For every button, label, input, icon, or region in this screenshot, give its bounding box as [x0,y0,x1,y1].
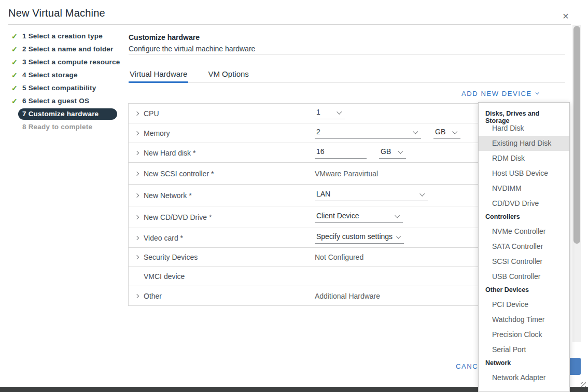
memory-size-combo[interactable]: 2 [315,127,421,139]
sidebar-step-5[interactable]: ✓5 Select compatibility [8,81,128,94]
menu-section-disks-drives-and-storage: Disks, Drives and Storage [479,108,569,121]
row-label: CPU [144,109,315,118]
sidebar-step-1[interactable]: ✓1 Select a creation type [8,30,128,43]
row-label: VMCI device [144,272,315,281]
step-label: 6 Select a guest OS [22,97,89,105]
sidebar-step-8[interactable]: 8 Ready to complete [8,120,128,133]
chevron-down-icon [337,109,342,114]
menu-item-pci-device[interactable]: PCI Device [479,297,569,312]
expand-chevron-icon[interactable] [135,150,139,155]
sidebar-step-4[interactable]: ✓4 Select storage [8,68,128,81]
expand-chevron-icon[interactable] [135,193,139,197]
sidebar-step-3[interactable]: ✓3 Select a compute resource [8,55,128,68]
check-icon: ✓ [11,58,19,66]
sidebar-step-2[interactable]: ✓2 Select a name and folder [8,43,128,55]
menu-item-cd-dvd-drive[interactable]: CD/DVD Drive [479,196,569,211]
menu-item-network-adapter[interactable]: Network Adapter [479,370,569,385]
new-network-select-value: LAN [316,190,330,198]
sidebar-step-7[interactable]: 7 Customize hardware [8,107,128,120]
tab-bar: Virtual Hardware VM Options [129,68,565,82]
row-value-area: VMware Paravirtual [315,170,378,178]
menu-item-serial-port[interactable]: Serial Port [479,342,569,357]
row-value-area: 1 [315,107,345,119]
disk-size-input-value: 16 [316,147,325,156]
row-value-area: Specify custom settings [315,232,404,244]
menu-section-network: Network [479,357,569,370]
row-label: Other [144,292,315,300]
chevron-down-icon [396,234,401,239]
disk-unit-select[interactable]: GB [379,147,406,159]
add-new-device-button[interactable]: ADD NEW DEVICE [461,90,538,97]
expand-chevron-icon[interactable] [135,255,139,259]
menu-item-host-usb-device[interactable]: Host USB Device [479,166,569,181]
row-label: Memory [144,129,315,137]
page-subtitle: Configure the virtual machine hardware [129,45,255,53]
menu-item-precision-clock[interactable]: Precision Clock [479,327,569,342]
row-value-area: LAN [315,189,428,201]
menu-item-usb-controller[interactable]: USB Controller [479,269,569,284]
row-label: New SCSI controller * [144,170,315,178]
menu-section-other-devices: Other Devices [479,284,569,297]
tab-vm-options[interactable]: VM Options [207,68,249,82]
chevron-down-icon [452,129,457,134]
new-network-select[interactable]: LAN [315,189,428,201]
cpu-count-select-value: 1 [316,108,320,116]
page-title: Customize hardware [129,33,200,41]
expand-chevron-icon[interactable] [135,215,139,219]
disk-size-input[interactable]: 16 [315,147,367,159]
menu-item-existing-hard-disk[interactable]: Existing Hard Disk [479,136,569,151]
menu-item-rdm-disk[interactable]: RDM Disk [479,151,569,166]
menu-item-nvdimm[interactable]: NVDIMM [479,181,569,196]
expand-chevron-icon[interactable] [135,235,139,240]
expand-chevron-icon[interactable] [135,293,139,298]
row-label: Video card * [144,234,315,242]
row-value-area: Additional Hardware [315,292,380,300]
chevron-down-icon [413,129,418,134]
wizard-steps: ✓1 Select a creation type✓2 Select a nam… [8,30,128,133]
new-cd-dvd-drive-select-value: Client Device [316,212,359,220]
menu-item-watchdog-timer[interactable]: Watchdog Timer [479,312,569,327]
title-divider [8,24,571,25]
menu-item-nvme-controller[interactable]: NVMe Controller [479,224,569,239]
row-label: New Hard disk * [144,149,315,157]
row-value-text: VMware Paravirtual [315,170,378,178]
new-vm-dialog: New Virtual Machine ✕ ✓1 Select a creati… [0,0,588,392]
check-icon: ✓ [11,84,19,92]
step-label: 5 Select compatibility [22,84,96,92]
step-label: 2 Select a name and folder [22,45,114,53]
row-value-area: 16GB [315,147,406,159]
chevron-down-icon [398,148,403,153]
step-label: 4 Select storage [22,71,78,79]
add-new-device-label: ADD NEW DEVICE [461,90,532,97]
row-value-area: Client Device [315,211,403,223]
header-divider [129,54,565,54]
scrollbar-track[interactable] [572,25,581,342]
menu-item-sata-controller[interactable]: SATA Controller [479,239,569,254]
check-icon: ✓ [11,71,19,79]
memory-unit-select[interactable]: GB [433,127,460,139]
check-icon: ✓ [11,45,19,53]
row-value-area: Not Configured [315,253,363,261]
expand-chevron-icon[interactable] [135,171,139,175]
menu-section-controllers: Controllers [479,211,569,224]
check-icon: ✓ [11,97,19,105]
check-icon: ✓ [11,32,19,40]
close-icon[interactable]: ✕ [560,10,571,22]
expand-chevron-icon[interactable] [135,131,139,135]
memory-size-combo-value: 2 [316,128,320,136]
tab-virtual-hardware[interactable]: Virtual Hardware [129,68,188,82]
new-cd-dvd-drive-select[interactable]: Client Device [315,211,403,223]
scrollbar-thumb[interactable] [573,26,580,244]
add-device-menu: Disks, Drives and StorageHard DiskExisti… [478,102,570,392]
sidebar-step-6[interactable]: ✓6 Select a guest OS [8,94,128,107]
chevron-down-icon [395,213,400,218]
cpu-count-select[interactable]: 1 [315,107,345,119]
resize-handle-icon[interactable] [581,382,586,387]
menu-item-scsi-controller[interactable]: SCSI Controller [479,254,569,269]
row-label: New Network * [144,191,315,200]
row-value-text: Additional Hardware [315,292,380,300]
chevron-down-icon [419,191,425,196]
video-card-select-value: Specify custom settings [316,232,393,241]
video-card-select[interactable]: Specify custom settings [315,232,404,244]
expand-chevron-icon[interactable] [135,111,139,115]
